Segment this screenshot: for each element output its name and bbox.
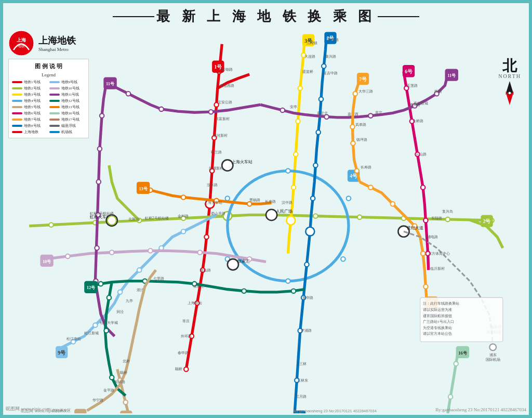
svg-point-64 xyxy=(93,323,97,327)
svg-text:衡山路: 衡山路 xyxy=(200,268,211,272)
svg-text:虹桥1号航站楼: 虹桥1号航站楼 xyxy=(90,211,114,216)
svg-point-70 xyxy=(110,250,114,254)
legend-item: 地铁10号线 xyxy=(49,86,86,91)
metro-logo-icon: 上海 地铁 xyxy=(8,30,34,56)
svg-text:南翔: 南翔 xyxy=(434,89,442,94)
svg-point-34 xyxy=(286,168,290,173)
map-area: 上海 地铁 上海地铁 Shanghai Metro 图 例 说 明 Legend… xyxy=(3,28,529,413)
svg-point-68 xyxy=(181,229,185,233)
svg-text:上海火车站: 上海火车站 xyxy=(232,159,252,164)
svg-point-79 xyxy=(97,180,101,184)
svg-point-92 xyxy=(291,289,296,293)
svg-text:娄山关路: 娄山关路 xyxy=(211,211,225,216)
svg-text:九亭: 九亭 xyxy=(126,298,133,303)
svg-text:世纪大道: 世纪大道 xyxy=(407,225,423,230)
svg-text:镇坪路: 镇坪路 xyxy=(356,137,367,142)
svg-text:华宁路: 华宁路 xyxy=(92,398,103,402)
svg-text:芦浦路: 芦浦路 xyxy=(301,328,312,333)
svg-point-46 xyxy=(423,218,428,223)
svg-point-101 xyxy=(448,395,453,399)
svg-text:东川路: 东川路 xyxy=(115,380,126,384)
legend-grid: 地铁1号线地铁9号线地铁2号线地铁10号线地铁3号线地铁11号线地铁4号线地铁1… xyxy=(12,80,85,135)
watermark-right: By:ganbaosheng 23 No:20170121 4022846703… xyxy=(435,407,526,412)
svg-text:安亭: 安亭 xyxy=(290,104,297,109)
svg-text:徐家汇: 徐家汇 xyxy=(237,258,250,264)
svg-point-206 xyxy=(355,168,359,173)
legend-box: 图 例 说 明 Legend 地铁1号线地铁9号线地铁2号线地铁10号线地铁3号… xyxy=(8,59,89,138)
svg-text:闵行开发区: 闵行开发区 xyxy=(52,408,71,413)
svg-point-209 xyxy=(353,92,357,96)
svg-point-81 xyxy=(95,246,99,250)
svg-text:延吉中路: 延吉中路 xyxy=(323,71,338,75)
svg-text:三林东: 三林东 xyxy=(297,378,308,383)
svg-text:1号: 1号 xyxy=(214,64,222,70)
svg-text:颛桥: 颛桥 xyxy=(175,367,182,371)
svg-text:临沂新村: 临沂新村 xyxy=(430,266,445,271)
legend-item: 地铁16号线 xyxy=(49,111,86,116)
svg-text:松江大学城: 松江大学城 xyxy=(100,320,118,325)
legend-item: 地铁3号线 xyxy=(12,92,48,97)
svg-text:三林: 三林 xyxy=(299,361,307,366)
svg-point-93 xyxy=(107,295,111,299)
svg-text:5号: 5号 xyxy=(77,413,84,413)
legend-item: 地铁6号线 xyxy=(12,111,48,116)
svg-text:北新泾: 北新泾 xyxy=(128,217,139,221)
svg-text:岚皋路: 岚皋路 xyxy=(355,122,366,127)
legend-subtitle: Legend xyxy=(12,72,85,77)
svg-point-5 xyxy=(508,92,511,95)
svg-point-16 xyxy=(49,223,53,227)
svg-point-0 xyxy=(9,31,34,56)
svg-text:大华三路: 大华三路 xyxy=(358,89,373,94)
svg-point-69 xyxy=(65,254,70,258)
svg-text:东陆路: 东陆路 xyxy=(431,216,442,220)
svg-text:13号: 13号 xyxy=(139,186,148,191)
svg-point-91 xyxy=(242,289,246,293)
legend-item: 磁悬浮线 xyxy=(49,123,86,128)
svg-point-48 xyxy=(368,185,373,189)
svg-point-32 xyxy=(286,216,295,225)
svg-text:国际机场: 国际机场 xyxy=(486,357,500,362)
svg-point-65 xyxy=(118,290,122,294)
svg-text:颛桥: 颛桥 xyxy=(120,370,127,375)
svg-text:虹桥2号航站楼: 虹桥2号航站楼 xyxy=(145,216,169,220)
svg-point-37 xyxy=(286,279,290,283)
svg-point-56 xyxy=(313,163,317,167)
svg-text:11号: 11号 xyxy=(447,73,456,78)
svg-text:东方体育中心: 东方体育中心 xyxy=(428,251,450,256)
svg-point-194 xyxy=(489,344,496,350)
svg-point-28 xyxy=(298,86,302,90)
svg-point-15 xyxy=(184,367,188,371)
svg-point-58 xyxy=(305,227,314,236)
svg-text:莘庄: 莘庄 xyxy=(182,319,190,323)
svg-text:浦电路: 浦电路 xyxy=(427,234,438,239)
line-7 xyxy=(360,182,428,303)
svg-text:12号: 12号 xyxy=(87,285,96,291)
svg-point-53 xyxy=(322,64,326,68)
svg-text:曹杨路: 曹杨路 xyxy=(249,198,260,202)
legend-item: 地铁4号线 xyxy=(12,98,48,103)
svg-text:金平路: 金平路 xyxy=(103,388,114,393)
svg-point-52 xyxy=(423,284,428,289)
svg-text:请以官方本站公告: 请以官方本站公告 xyxy=(423,332,452,335)
svg-point-11 xyxy=(204,235,208,239)
svg-text:注：此行车线路换乘站: 注：此行车线路换乘站 xyxy=(423,302,459,305)
svg-point-55 xyxy=(316,130,320,134)
legend-item: 地铁8号线 xyxy=(12,123,48,128)
legend-item: 地铁7号线 xyxy=(12,117,48,122)
svg-point-51 xyxy=(421,251,425,255)
svg-point-59 xyxy=(304,263,309,267)
svg-text:江湾镇: 江湾镇 xyxy=(307,41,317,45)
svg-point-207 xyxy=(351,141,355,145)
svg-text:汶水路: 汶水路 xyxy=(207,182,218,187)
svg-text:友谊西路: 友谊西路 xyxy=(220,83,234,88)
legend-item: 地铁12号线 xyxy=(49,98,86,103)
svg-text:通宵国际航班接驳: 通宵国际航班接驳 xyxy=(423,314,452,318)
svg-point-29 xyxy=(296,119,300,123)
svg-point-39 xyxy=(225,196,230,200)
compass-arrow-icon xyxy=(498,80,521,108)
page-title: 最 新 上 海 地 铁 换 乘 图 xyxy=(3,3,529,28)
svg-point-97 xyxy=(181,195,185,199)
svg-text:春申路: 春申路 xyxy=(178,350,189,355)
legend-item: 地铁17号线 xyxy=(49,117,86,122)
svg-text:复兴岛: 复兴岛 xyxy=(442,209,453,214)
